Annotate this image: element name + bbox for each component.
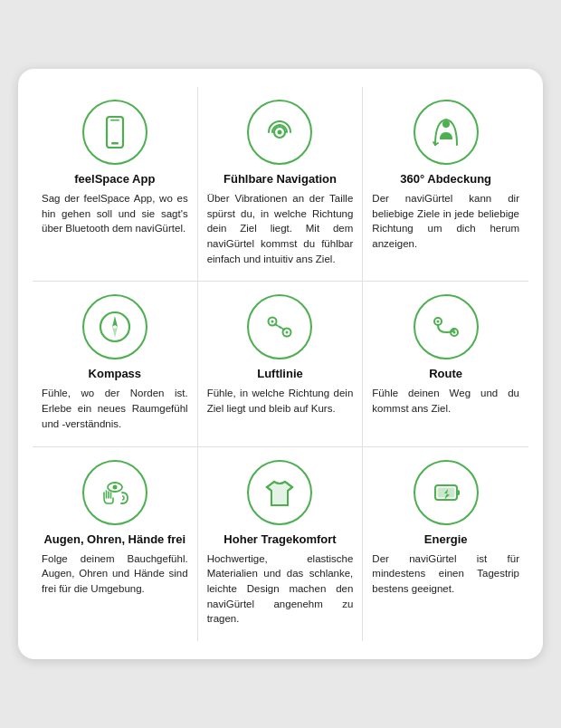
- phone-icon: [95, 112, 135, 152]
- icon-circle-luftlinie: [247, 294, 312, 359]
- main-card: feelSpace App Sag der feelSpace App, wo …: [18, 69, 543, 659]
- cell-desc-tragekomfort: Hochwertige, elastische Materialien und …: [207, 551, 354, 627]
- svg-rect-23: [457, 490, 460, 495]
- cell-title-360-abdeckung: 360° Abdeckung: [400, 172, 491, 186]
- cell-desc-feelspace-app: Sag der feelSpace App, wo es hin gehen s…: [42, 191, 188, 236]
- cell-title-route: Route: [429, 367, 462, 380]
- svg-point-12: [271, 321, 274, 323]
- cell-augen-ohren: Augen, Ohren, Hände frei Folge deinem Ba…: [33, 447, 198, 641]
- svg-point-5: [442, 120, 450, 128]
- cell-desc-360-abdeckung: Der naviGürtel kann dir beliebige Ziele …: [372, 191, 519, 252]
- icon-circle-phone: [82, 100, 147, 165]
- cell-360-abdeckung: 360° Abdeckung Der naviGürtel kann dir b…: [363, 87, 528, 282]
- svg-rect-1: [111, 142, 119, 145]
- cell-desc-energie: Der naviGürtel ist für mindestens einen …: [372, 551, 519, 597]
- cell-title-luftlinie: Luftlinie: [257, 367, 303, 380]
- svg-point-17: [436, 321, 439, 323]
- cell-title-energie: Energie: [424, 532, 468, 546]
- svg-point-21: [112, 484, 117, 489]
- cell-desc-route: Fühle deinen Weg und du kommst ans Ziel.: [372, 386, 519, 416]
- cell-kompass: Kompass Fühle, wo der Norden ist. Erlebe…: [33, 282, 198, 446]
- svg-marker-9: [112, 316, 118, 327]
- shirt-icon: [260, 473, 300, 512]
- icon-circle-compass: [82, 294, 147, 359]
- icon-circle-person360: [414, 100, 479, 165]
- cell-desc-augen-ohren: Folge deinem Bauchgefühl. Augen, Ohren u…: [42, 551, 188, 597]
- svg-point-4: [278, 130, 282, 135]
- cell-energie: Energie Der naviGürtel ist für mindesten…: [363, 447, 528, 641]
- person360-icon: [426, 112, 466, 152]
- svg-marker-10: [112, 327, 118, 338]
- senses-icon: [95, 473, 135, 512]
- cell-tragekomfort: Hoher Tragekomfort Hochwertige, elastisc…: [198, 447, 364, 641]
- cell-title-tragekomfort: Hoher Tragekomfort: [223, 532, 336, 546]
- icon-circle-vibration: [247, 100, 312, 165]
- cell-luftlinie: Luftlinie Fühle, in welche Richtung dein…: [198, 282, 364, 446]
- svg-line-15: [275, 324, 284, 330]
- cell-title-fuehlbare-navigation: Fühlbare Navigation: [223, 172, 337, 186]
- svg-point-14: [286, 331, 289, 334]
- cell-title-feelspace-app: feelSpace App: [74, 172, 155, 186]
- cell-title-augen-ohren: Augen, Ohren, Hände frei: [43, 532, 185, 546]
- feature-grid: feelSpace App Sag der feelSpace App, wo …: [33, 87, 528, 641]
- cell-desc-fuehlbare-navigation: Über Vibrationen an der Taille spürst du…: [207, 191, 354, 266]
- cell-desc-kompass: Fühle, wo der Norden ist. Erlebe ein neu…: [42, 386, 188, 431]
- battery-icon: [426, 473, 466, 512]
- compass-icon: [95, 307, 135, 347]
- cell-fuehlbare-navigation: Fühlbare Navigation Über Vibrationen an …: [198, 87, 364, 282]
- svg-rect-2: [110, 120, 119, 121]
- icon-circle-route: [414, 294, 479, 359]
- icon-circle-battery: [414, 460, 479, 525]
- icon-circle-senses: [82, 460, 147, 525]
- cell-title-kompass: Kompass: [89, 367, 142, 380]
- icon-circle-shirt: [247, 460, 312, 525]
- luftlinie-icon: [260, 307, 300, 347]
- route-icon: [426, 307, 466, 347]
- cell-desc-luftlinie: Fühle, in welche Richtung dein Ziel lieg…: [207, 386, 354, 416]
- cell-feelspace-app: feelSpace App Sag der feelSpace App, wo …: [33, 87, 198, 282]
- vibration-icon: [260, 112, 300, 152]
- cell-route: Route Fühle deinen Weg und du kommst ans…: [363, 282, 528, 446]
